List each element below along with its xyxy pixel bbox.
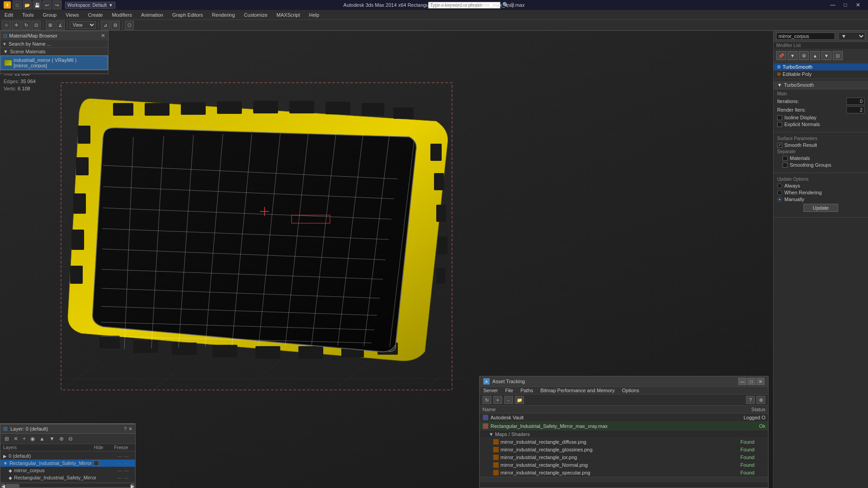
menu-group[interactable]: Group (38, 10, 61, 19)
at-minimize-button[interactable]: — (738, 378, 746, 385)
layer-item[interactable]: ▶ 0 (default) --- --- (0, 452, 135, 460)
scale-button[interactable]: ⊡ (32, 21, 41, 30)
layer-collapse-button[interactable]: ⊖ (67, 435, 74, 442)
snap-toggle[interactable]: ⊞ (46, 21, 55, 30)
ts-render-iters-input[interactable] (846, 106, 864, 113)
material-item[interactable]: industriall_mirror ( VRayMtl ) [mirror_c… (0, 56, 108, 70)
at-menu-options[interactable]: Options (618, 387, 643, 394)
at-settings-button[interactable]: ⚙ (756, 396, 765, 404)
at-menu-file[interactable]: File (501, 387, 517, 394)
workspace-selector[interactable]: Workspace: Default ▼ (65, 2, 115, 9)
select-button[interactable]: ⊹ (2, 21, 11, 30)
ts-update-button[interactable]: Update (803, 204, 838, 212)
ts-explicit-checkbox[interactable] (777, 122, 782, 127)
ts-isoline-checkbox[interactable] (777, 115, 782, 120)
undo-button[interactable]: ↩ (42, 0, 52, 9)
scroll-thumb[interactable] (6, 484, 19, 488)
layer-new-button[interactable]: ⊞ (3, 435, 10, 442)
menu-edit[interactable]: Edit (0, 10, 18, 19)
modifier-name-input[interactable] (776, 33, 835, 40)
menu-graph-editors[interactable]: Graph Editors (168, 10, 208, 19)
maximize-button[interactable]: □ (839, 0, 852, 10)
menu-modifiers[interactable]: Modifiers (107, 10, 137, 19)
at-map-normal[interactable]: mirror_industrial_rectangle_Normal.png F… (480, 461, 768, 469)
layer-up-button[interactable]: ▲ (38, 435, 46, 442)
ts-smoothing-checkbox[interactable] (783, 163, 788, 168)
align-button[interactable]: ⊟ (111, 21, 120, 30)
at-vault-item[interactable]: Autodesk Vault Logged O (480, 413, 768, 422)
menu-maxscript[interactable]: MAXScript (272, 10, 305, 19)
layer-item-indent-2[interactable]: ◆ Rectangular_Industrial_Safety_Mirror -… (6, 474, 135, 481)
layer-item-active[interactable]: ▼ Rectangular_Industrial_Safety_Mirror -… (0, 460, 135, 467)
close-button[interactable]: ✕ (852, 0, 864, 10)
window-title: Autodesk 3ds Max 2014 x64 Rectangular_In… (344, 2, 525, 8)
ts-iterations-input[interactable] (846, 98, 864, 105)
material-browser-close[interactable]: ✕ (101, 33, 105, 39)
layer-item-indent[interactable]: ◆ mirror_corpus --- --- (6, 467, 135, 474)
modifier-editable-poly[interactable]: Editable Poly (774, 70, 868, 78)
at-menu-paths[interactable]: Paths (517, 387, 537, 394)
at-remove-button[interactable]: - (504, 396, 513, 404)
viewport[interactable]: Polys: Total 11 688 Tris: 11 688 Edges: … (0, 31, 868, 488)
mod-up-button[interactable]: ▲ (810, 51, 820, 60)
at-maps-section: ▼ Maps / Shaders (480, 431, 768, 438)
ts-when-rendering-radio[interactable] (777, 190, 782, 195)
move-button[interactable]: ✛ (12, 21, 21, 30)
minimize-button[interactable]: — (826, 0, 839, 10)
layer-add-select-button[interactable]: + (21, 435, 27, 442)
layer-scrollbar[interactable]: ◀ ▶ (0, 482, 135, 488)
layer-delete-button[interactable]: ✕ (12, 435, 19, 442)
angle-snap[interactable]: ∡ (56, 21, 65, 30)
redo-button[interactable]: ↪ (52, 0, 61, 9)
ts-always-radio[interactable] (777, 183, 782, 188)
at-map-diffuse[interactable]: mirror_industrial_rectangle_diffuse.png … (480, 438, 768, 446)
ts-manually-radio[interactable] (777, 197, 782, 202)
menu-customize[interactable]: Customize (240, 10, 272, 19)
mod-pin-button[interactable]: 📌 (776, 51, 786, 60)
at-scrollbar[interactable] (480, 477, 768, 482)
scroll-left-arrow[interactable]: ◀ (1, 483, 5, 487)
mod-copy-button[interactable]: ⊡ (833, 51, 843, 60)
new-button[interactable]: □ (13, 0, 22, 9)
menu-animation[interactable]: Animation (137, 10, 168, 19)
at-menu-server[interactable]: Server (480, 387, 501, 394)
material-browser-header[interactable]: ⊡ Material/Map Browser ✕ (0, 31, 108, 40)
menu-views[interactable]: Views (61, 10, 83, 19)
layer-close-button[interactable]: ✕ (128, 426, 132, 432)
modifier-turbsmooth[interactable]: TurboSmooth (774, 63, 868, 70)
ts-smooth-result-checkbox[interactable] (777, 143, 782, 148)
at-browse-button[interactable]: 📁 (515, 396, 524, 404)
layer-select-objects-button[interactable]: ◉ (29, 435, 36, 442)
mirror-button[interactable]: ⊿ (101, 21, 110, 30)
modifier-dropdown[interactable]: ▼ (838, 32, 865, 40)
asset-tracking-menubar: Server File Paths Bitmap Performance and… (480, 387, 768, 394)
ts-collapse-icon: ▼ (777, 82, 782, 88)
reference-coord[interactable]: View World Screen Local (70, 21, 96, 29)
menu-rendering[interactable]: Rendering (208, 10, 240, 19)
mod-funnel-button[interactable]: ▼ (788, 51, 797, 60)
open-button[interactable]: 📂 (23, 0, 32, 9)
scroll-right-arrow[interactable]: ▶ (131, 483, 134, 487)
at-map-specular[interactable]: mirror_industrial_rectangle_specular.png… (480, 469, 768, 477)
at-refresh-button[interactable]: ↻ (482, 396, 491, 404)
save-button[interactable]: 💾 (33, 0, 42, 9)
at-help-button[interactable]: ? (746, 396, 755, 404)
mod-configure-button[interactable]: ⚙ (799, 51, 809, 60)
menu-help[interactable]: Help (305, 10, 324, 19)
at-add-button[interactable]: + (493, 396, 502, 404)
at-menu-bitmap[interactable]: Bitmap Performance and Memory (537, 387, 618, 394)
mod-down-button[interactable]: ▼ (821, 51, 831, 60)
at-file-item[interactable]: Rectangular_Industrial_Safety_Mirror_max… (480, 422, 768, 431)
layer-help-button[interactable]: ? (124, 426, 127, 432)
at-map-glossines[interactable]: mirror_industrial_rectangle_glossines.pn… (480, 446, 768, 454)
at-map-ior[interactable]: mirror_industrial_rectangle_ior.png Foun… (480, 454, 768, 461)
menu-create[interactable]: Create (83, 10, 107, 19)
layer-down-button[interactable]: ▼ (48, 435, 56, 442)
at-maximize-button[interactable]: □ (747, 378, 755, 385)
material-editor[interactable]: ⬡ (125, 21, 134, 30)
rotate-button[interactable]: ↻ (22, 21, 31, 30)
ts-materials-checkbox[interactable] (783, 156, 788, 161)
menu-tools[interactable]: Tools (18, 10, 38, 19)
at-close-button[interactable]: ✕ (756, 378, 764, 385)
layer-expand-button[interactable]: ⊕ (58, 435, 65, 442)
